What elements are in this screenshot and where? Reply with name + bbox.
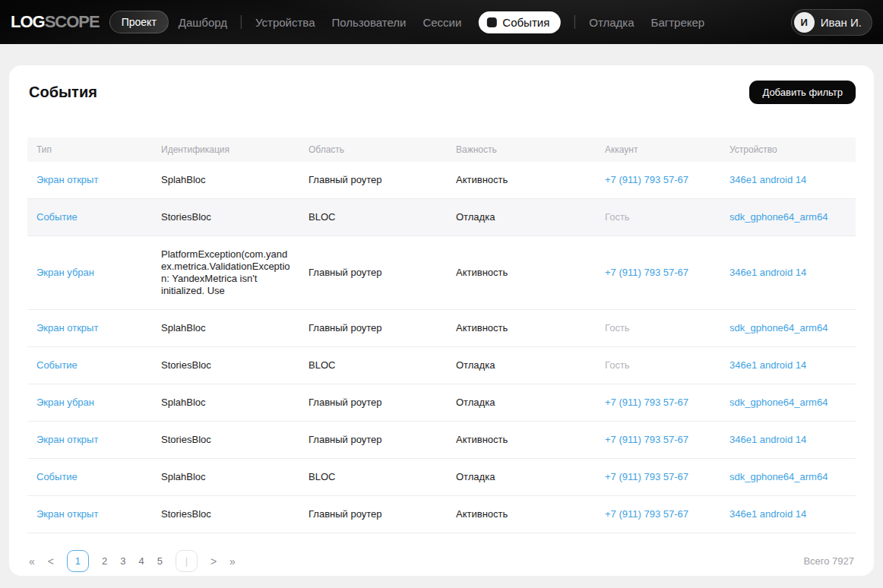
- cell-importance: Отладка: [447, 384, 596, 422]
- user-menu[interactable]: И Иван И.: [791, 9, 872, 36]
- user-name: Иван И.: [821, 16, 862, 29]
- cell-area: Главный роутер: [299, 496, 447, 533]
- column-header-importance: Важность: [447, 138, 596, 162]
- cell-device[interactable]: 346e1 android 14: [720, 162, 856, 199]
- cell-account: Гость: [596, 310, 720, 347]
- events-card: События Добавить фильтр Тип Идентификаци…: [9, 65, 874, 576]
- cell-account[interactable]: +7 (911) 793 57-67: [596, 459, 720, 496]
- pagination-row: « < 1 2 3 4 5 | > » Всего 7927: [27, 550, 856, 572]
- cell-identification: StoriesBloc: [152, 422, 299, 459]
- cell-identification: PlatformException(com.yandex.metrica.Val…: [152, 236, 299, 310]
- pagination-prev-button[interactable]: <: [48, 555, 54, 567]
- add-filter-button[interactable]: Добавить фильтр: [749, 81, 856, 104]
- cell-account[interactable]: +7 (911) 793 57-67: [596, 236, 720, 310]
- cell-identification: StoriesBloc: [152, 347, 299, 384]
- cell-type[interactable]: Экран открыт: [27, 162, 152, 199]
- cell-identification: SplahBloc: [152, 162, 299, 199]
- cell-device[interactable]: 346e1 android 14: [720, 347, 856, 384]
- page-title: События: [27, 84, 97, 101]
- cell-device[interactable]: sdk_gphone64_arm64: [720, 310, 856, 347]
- cell-account: Гость: [596, 347, 720, 384]
- table-row: Экран открыт StoriesBloc Главный роутер …: [27, 422, 856, 459]
- cell-identification: SplahBloc: [152, 310, 299, 347]
- cell-identification: StoriesBloc: [152, 199, 299, 236]
- table-row: Экран открыт SplahBloc Главный роутер Ак…: [27, 310, 856, 347]
- pagination-page-4[interactable]: 4: [138, 555, 144, 567]
- nav-item-sessions[interactable]: Сессии: [423, 16, 461, 29]
- table-row: Событие StoriesBloc BLOC Отладка Гость s…: [27, 199, 856, 236]
- nav-item-bugtracker[interactable]: Багтрекер: [651, 16, 705, 29]
- nav-item-events-active[interactable]: События: [478, 11, 561, 33]
- cell-area: Главный роутер: [299, 162, 447, 199]
- cell-area: Главный роутер: [299, 384, 447, 422]
- logscope-logo: LOGSCOPE: [11, 14, 100, 30]
- cell-identification: SplahBloc: [152, 459, 299, 496]
- cell-importance: Отладка: [447, 199, 596, 236]
- pagination-jump-input[interactable]: |: [176, 550, 198, 572]
- cell-device[interactable]: sdk_gphone64_arm64: [720, 459, 856, 496]
- nav-divider: [574, 15, 575, 29]
- cell-area: BLOC: [299, 347, 447, 384]
- top-navigation-bar: LOGSCOPE Проект Дашборд Устройства Польз…: [0, 0, 883, 44]
- column-header-device: Устройство: [720, 138, 856, 162]
- cell-area: BLOC: [299, 199, 447, 236]
- cell-device[interactable]: sdk_gphone64_arm64: [720, 384, 856, 422]
- pagination-next-button[interactable]: >: [210, 555, 217, 567]
- cell-importance: Отладка: [447, 347, 596, 384]
- nav-divider: [241, 15, 242, 29]
- nav-item-events-label: События: [502, 16, 549, 29]
- cell-area: Главный роутер: [299, 422, 447, 459]
- cell-type[interactable]: Экран убран: [27, 236, 152, 310]
- column-header-identification: Идентификация: [152, 138, 299, 162]
- cell-identification: StoriesBloc: [152, 496, 299, 533]
- main-nav: Дашборд Устройства Пользователи Сессии С…: [179, 11, 704, 33]
- cell-type[interactable]: Событие: [27, 459, 152, 496]
- column-header-account: Аккаунт: [596, 138, 720, 162]
- cell-device[interactable]: 346e1 android 14: [720, 236, 856, 310]
- project-button[interactable]: Проект: [109, 11, 169, 33]
- cell-type[interactable]: Событие: [27, 199, 152, 236]
- pagination-page-3[interactable]: 3: [120, 555, 125, 567]
- pagination-first-button[interactable]: «: [29, 555, 35, 567]
- cell-area: Главный роутер: [299, 236, 447, 310]
- nav-item-devices[interactable]: Устройства: [255, 16, 315, 29]
- cell-type[interactable]: Событие: [27, 347, 152, 384]
- table-row: Экран убран SplahBloc Главный роутер Отл…: [27, 384, 856, 422]
- cell-type[interactable]: Экран открыт: [27, 310, 152, 347]
- pager: « < 1 2 3 4 5 | > »: [29, 550, 236, 572]
- cell-device[interactable]: sdk_gphone64_arm64: [720, 199, 856, 236]
- cell-identification: SplahBloc: [152, 384, 299, 422]
- pagination-page-1-active[interactable]: 1: [67, 550, 89, 572]
- brand-area: LOGSCOPE Проект: [11, 11, 169, 33]
- cell-type[interactable]: Экран открыт: [27, 496, 152, 533]
- table-row: Экран открыт StoriesBloc Главный роутер …: [27, 496, 856, 533]
- pagination-last-button[interactable]: »: [229, 555, 236, 567]
- cell-account[interactable]: +7 (911) 793 57-67: [596, 384, 720, 422]
- events-table: Тип Идентификация Область Важность Аккау…: [27, 138, 856, 533]
- table-header: Тип Идентификация Область Важность Аккау…: [27, 138, 856, 162]
- cell-account[interactable]: +7 (911) 793 57-67: [596, 496, 720, 533]
- column-header-area: Область: [299, 138, 447, 162]
- avatar: И: [794, 12, 815, 33]
- logo-text-secondary: SCOPE: [45, 12, 100, 31]
- nav-item-debug[interactable]: Отладка: [589, 16, 634, 29]
- cell-device[interactable]: 346e1 android 14: [720, 496, 856, 533]
- cell-type[interactable]: Экран убран: [27, 384, 152, 422]
- cell-importance: Отладка: [447, 459, 596, 496]
- cell-type[interactable]: Экран открыт: [27, 422, 152, 459]
- total-count-label: Всего 7927: [803, 555, 854, 567]
- cell-account[interactable]: +7 (911) 793 57-67: [596, 422, 720, 459]
- table-row: Событие StoriesBloc BLOC Отладка Гость 3…: [27, 347, 856, 384]
- cell-importance: Активность: [447, 236, 596, 310]
- cell-importance: Активность: [447, 496, 596, 533]
- pagination-page-5[interactable]: 5: [157, 555, 163, 567]
- nav-item-users[interactable]: Пользователи: [332, 16, 407, 29]
- table-row: Экран открыт SplahBloc Главный роутер Ак…: [27, 162, 856, 199]
- cell-device[interactable]: 346e1 android 14: [720, 422, 856, 459]
- logo-text-primary: LOG: [11, 12, 45, 31]
- table-row: Событие SplahBloc BLOC Отладка +7 (911) …: [27, 459, 856, 496]
- nav-item-dashboard[interactable]: Дашборд: [179, 16, 227, 29]
- cell-area: BLOC: [299, 459, 447, 496]
- cell-account[interactable]: +7 (911) 793 57-67: [596, 162, 720, 199]
- pagination-page-2[interactable]: 2: [102, 555, 107, 567]
